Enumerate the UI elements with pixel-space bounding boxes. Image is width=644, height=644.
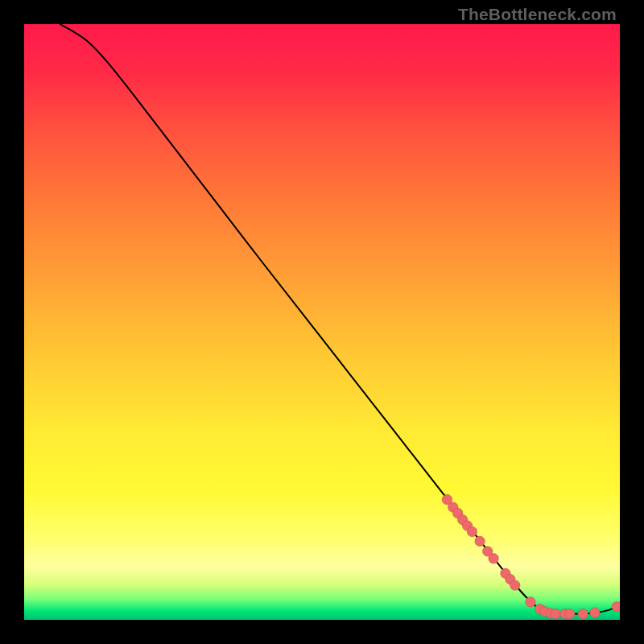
data-point [565,609,575,618]
data-point [489,554,498,564]
data-point [590,608,600,617]
chart-stage: TheBottleneck.com [0,0,644,644]
data-point [526,597,535,607]
data-point [612,602,620,612]
watermark-text: TheBottleneck.com [458,5,617,24]
data-point [510,580,520,590]
data-point [551,609,560,618]
data-point [475,536,485,546]
data-point [578,609,588,618]
plot-area [24,24,620,620]
data-point [467,526,477,536]
data-points [24,24,620,620]
